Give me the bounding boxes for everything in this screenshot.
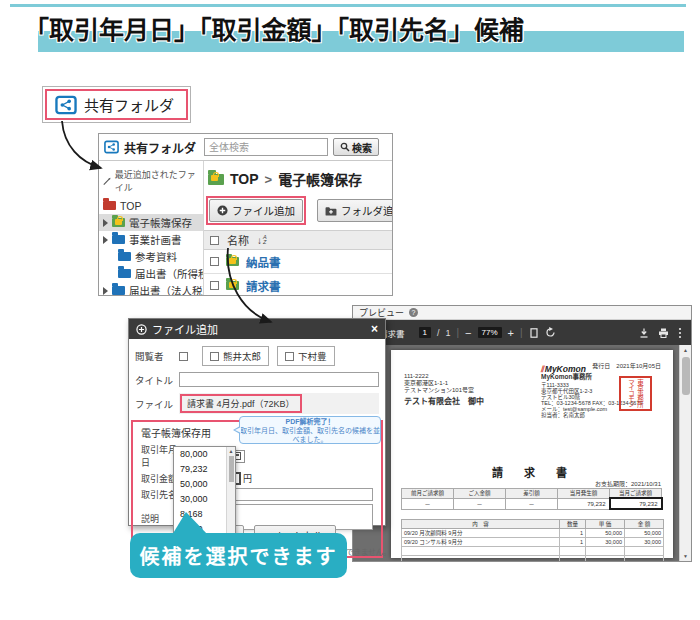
plus-circle-icon xyxy=(217,205,228,216)
recipient-address: テストマンション101号室 xyxy=(404,387,484,394)
zoom-in-button[interactable]: + xyxy=(508,328,514,338)
tree-label: 参考資料 xyxy=(135,249,177,264)
detail-row-empty xyxy=(402,547,664,556)
recent-files-link[interactable]: 最近追加されたファイル xyxy=(99,165,203,197)
scroll-down-icon[interactable]: ▼ xyxy=(680,553,691,559)
summary-header: 差引額 xyxy=(506,489,558,499)
select-all-checkbox[interactable] xyxy=(210,236,219,245)
add-folder-label: フォルダ追加 xyxy=(341,203,392,218)
pdf-toolbar: 請求書 1 / 1 | − 77% + | xyxy=(353,320,691,345)
dialog-title: ファイル追加 xyxy=(152,321,218,337)
mykomon-logo: ⫽MyKomon xyxy=(541,366,643,372)
folder-icon xyxy=(112,235,125,244)
summary-value: － xyxy=(506,498,558,509)
summary-header: 前月ご請求額 xyxy=(402,489,454,499)
recipient-name: テスト有限会社 御中 xyxy=(404,398,484,405)
invoice-due-date: お支払期限：2021/10/31 xyxy=(595,479,661,488)
chevron-right-icon[interactable] xyxy=(103,236,108,244)
summary-header: ご入金額 xyxy=(454,489,506,499)
plus-circle-icon xyxy=(136,324,147,335)
invoice-summary-table: 前月ご請求額 ご入金額 差引額 当月発生額 当月ご請求額 － － － 79,23… xyxy=(401,488,663,510)
folder-plus-icon xyxy=(325,206,337,216)
shared-folder-button[interactable]: 共有フォルダ xyxy=(42,86,191,123)
help-icon[interactable]: ? xyxy=(409,308,418,317)
folder-lock-icon xyxy=(112,218,125,227)
zoom-level: 77% xyxy=(478,327,502,338)
file-field-label: ファイル xyxy=(135,397,179,411)
sidebar-item-denshichoubo[interactable]: 電子帳簿保存 xyxy=(99,214,203,231)
print-icon[interactable] xyxy=(658,328,669,338)
detail-cell: 1 xyxy=(560,538,586,547)
file-row: 請求書 xyxy=(204,274,392,295)
folder-icon xyxy=(118,252,131,261)
detail-cell: 30,000 xyxy=(625,538,664,547)
title-input[interactable] xyxy=(179,372,379,387)
share-folder-icon xyxy=(55,95,77,115)
dropdown-scrollbar[interactable]: ▲ ▼ xyxy=(226,447,235,540)
preview-title-bar: プレビュー ? xyxy=(353,306,691,320)
shared-folder-label: 共有フォルダ xyxy=(84,94,174,115)
window-header: 共有フォルダ 検索 xyxy=(99,134,392,161)
tooltip-line: PDF解析完了！ xyxy=(240,417,380,426)
rotate-icon[interactable] xyxy=(545,327,556,338)
row-checkbox[interactable] xyxy=(210,257,219,266)
summary-value: 79,232 xyxy=(558,498,610,509)
file-link[interactable]: 請求書 xyxy=(246,278,281,294)
detail-cell: 1 xyxy=(560,529,586,538)
close-icon[interactable]: × xyxy=(371,322,378,336)
invoice-detail-table: 内 容 数量 単 価 金 額 09/20 月次顧問料 9月分 1 50,000 … xyxy=(401,519,664,561)
viewer-option[interactable]: 下村豊 xyxy=(277,346,335,366)
sidebar-item-todokede-shotoku[interactable]: 届出書（所得税） xyxy=(99,265,203,282)
sidebar-item-top[interactable]: TOP xyxy=(99,197,203,214)
sidebar-item-sankoushiryou[interactable]: 参考資料 xyxy=(99,248,203,265)
detail-cell: 50,000 xyxy=(625,529,664,538)
company-seal-stamp: マイコモン 東京事務所 xyxy=(619,376,652,411)
amount-candidates-dropdown: 80,000 79,232 50,000 30,000 8,168 7,400 … xyxy=(173,446,236,541)
sort-icon[interactable]: ↓AZ xyxy=(257,235,267,246)
viewers-checkbox[interactable] xyxy=(179,352,188,361)
more-options-icon[interactable] xyxy=(678,327,682,339)
sidebar-item-todokede-houjin[interactable]: 届出書（法人税） xyxy=(99,282,203,295)
scrollbar-thumb[interactable] xyxy=(229,456,234,482)
fit-page-icon[interactable] xyxy=(529,328,539,338)
scroll-up-icon[interactable]: ▲ xyxy=(680,347,691,353)
folder-lock-icon xyxy=(226,257,239,266)
scroll-up-icon[interactable]: ▲ xyxy=(227,448,235,454)
invoice-page: 発行日 2021年10月05日 111-2222 東京都港区1-1-1 テストマ… xyxy=(391,350,673,558)
viewer-option[interactable]: 熊井太郎 xyxy=(202,346,269,366)
add-file-button[interactable]: ファイル追加 xyxy=(209,199,303,222)
search-icon xyxy=(340,142,350,152)
preview-scrollbar[interactable]: ▲ ▼ xyxy=(679,345,691,561)
zoom-out-button[interactable]: − xyxy=(465,328,471,338)
breadcrumb-top[interactable]: TOP xyxy=(230,171,259,187)
toolbar-divider: | xyxy=(457,327,460,338)
search-input[interactable] xyxy=(204,138,328,156)
chevron-right-icon[interactable] xyxy=(103,219,108,227)
tooltip-line: 取引年月日、取引金額、取引先名の候補を並べました。 xyxy=(240,426,380,444)
summary-value: － xyxy=(454,498,506,509)
tree-label: TOP xyxy=(120,200,141,212)
page-number-input[interactable]: 1 xyxy=(419,327,431,338)
tree-label: 事業計画書 xyxy=(129,232,182,247)
add-folder-button[interactable]: フォルダ追加 xyxy=(317,199,392,222)
viewer-checkbox[interactable] xyxy=(210,352,219,361)
file-link[interactable]: 納品書 xyxy=(246,254,281,270)
download-icon[interactable] xyxy=(639,328,649,338)
sidebar-item-jigyoukeikaku[interactable]: 事業計画書 xyxy=(99,231,203,248)
row-checkbox[interactable] xyxy=(210,281,219,290)
chevron-right-icon[interactable] xyxy=(103,287,108,295)
amount-unit: 円 xyxy=(243,472,252,485)
invoice-recipient: 111-2222 東京都港区1-1-1 テストマンション101号室 テスト有限会… xyxy=(404,373,484,405)
scrollbar-thumb[interactable] xyxy=(682,357,690,395)
detail-row-empty xyxy=(402,556,664,562)
sender-person: 担当者：名南太郎 xyxy=(541,412,643,418)
viewer-checkbox[interactable] xyxy=(285,352,294,361)
file-name-value: 請求書 4月分.pdf（72KB） xyxy=(180,394,302,413)
detail-row: 09/20 コンサル料 9月分 1 30,000 30,000 xyxy=(402,538,664,547)
search-button[interactable]: 検索 xyxy=(333,138,379,156)
window-title: 共有フォルダ xyxy=(124,139,196,156)
folder-tree: 最近追加されたファイル TOP 電子帳簿保存 事業計画書 xyxy=(99,161,204,295)
list-header: 名称 ↓AZ xyxy=(204,230,392,250)
page-total: 1 xyxy=(445,328,450,338)
arrow-button-to-window xyxy=(62,121,101,168)
